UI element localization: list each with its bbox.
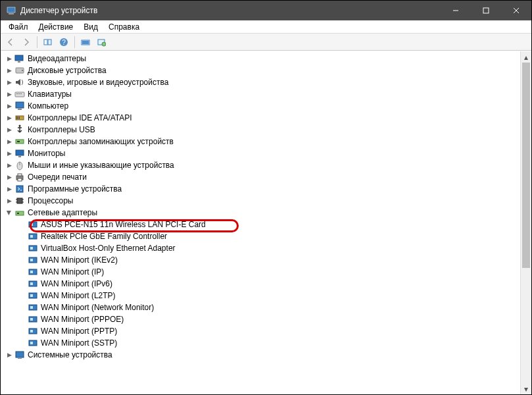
chevron-right-icon[interactable]: ▶ [5,78,14,87]
tree-label: Контроллеры USB [28,125,95,134]
svg-rect-11 [82,41,89,44]
show-hidden-button[interactable] [41,35,55,49]
network-adapter-icon [28,314,38,325]
chevron-right-icon[interactable]: ▶ [5,125,14,134]
menu-action[interactable]: Действие [34,21,79,33]
tree-category-audio[interactable]: ▶ Звуковые, игровые и видеоустройства [5,76,520,88]
tree-label: WAN Miniport (L2TP) [41,291,116,300]
scroll-up-arrow-icon[interactable]: ▴ [521,51,531,63]
scroll-thumb[interactable] [522,63,530,268]
tree-device-wan-netmon[interactable]: WAN Miniport (Network Monitor) [18,302,520,313]
svg-rect-14 [15,55,23,61]
chevron-right-icon[interactable]: ▶ [5,149,14,158]
tree-category-storage-controllers[interactable]: ▶ Контроллеры запоминающих устройств [5,136,520,147]
scan-hardware-button[interactable] [78,35,93,49]
tree-category-print-queues[interactable]: ▶ Очереди печати [5,171,520,183]
tree-device-wan-ipv6[interactable]: WAN Miniport (IPv6) [18,278,520,290]
tree-category-hid[interactable]: ▶ Мыши и иные указывающие устройства [5,159,520,171]
tree-label: Звуковые, игровые и видеоустройства [28,78,168,87]
tree-category-network-adapters[interactable]: ▶ Сетевые адаптеры [5,207,520,219]
device-tree[interactable]: ▶ Видеоадаптеры ▶ Дисковые устройства ▶ [1,51,520,394]
svg-rect-30 [16,150,24,155]
svg-rect-48 [30,235,33,238]
help-button[interactable]: ? [57,35,71,49]
tree-device-wan-pptp[interactable]: WAN Miniport (PPTP) [18,325,520,337]
svg-rect-1 [9,13,14,14]
svg-rect-56 [30,282,33,285]
minimize-button[interactable] [441,1,471,20]
vertical-scrollbar[interactable]: ▴ ▾ [520,51,531,394]
keyboard-icon [14,89,25,99]
chevron-right-icon[interactable]: ▶ [5,90,14,99]
tree-category-usb[interactable]: ▶ Контроллеры USB [5,124,520,136]
tree-label: Дисковые устройства [28,66,107,75]
tree-device-wan-sstp[interactable]: WAN Miniport (SSTP) [18,337,520,349]
no-expander [18,315,27,324]
tree-category-system-devices[interactable]: ▶ Системные устройства [5,349,520,361]
svg-rect-15 [18,61,20,63]
tree-category-computer[interactable]: ▶ Компьютер [5,100,520,112]
tree-device-wan-l2tp[interactable]: WAN Miniport (L2TP) [18,290,520,302]
tree-device-asus-wifi[interactable]: ASUS PCE-N15 11n Wireless LAN PCI-E Card [18,219,520,230]
tree-label: Системные устройства [28,350,112,359]
tree-device-virtualbox[interactable]: VirtualBox Host-Only Ethernet Adapter [18,242,520,254]
chevron-right-icon[interactable]: ▶ [5,66,14,75]
tree-category-monitors[interactable]: ▶ Мониторы [5,147,520,159]
svg-rect-50 [30,247,33,250]
chevron-right-icon[interactable]: ▶ [5,54,14,63]
tree-category-software-devices[interactable]: ▶ Программные устройства [5,183,520,195]
svg-rect-6 [44,40,47,45]
chevron-right-icon[interactable]: ▶ [5,172,14,182]
tree-device-wan-ip[interactable]: WAN Miniport (IP) [18,266,520,278]
no-expander [18,303,27,312]
tree-device-realtek[interactable]: Realtek PCIe GbE Family Controller [18,230,520,242]
toolbar-separator [74,36,75,48]
chevron-right-icon[interactable]: ▶ [5,161,14,170]
scroll-down-arrow-icon[interactable]: ▾ [521,383,531,394]
no-expander [18,267,27,276]
close-button[interactable] [501,1,531,20]
maximize-button[interactable] [471,1,501,20]
no-expander [18,291,27,300]
tree-category-video[interactable]: ▶ Видеоадаптеры [5,53,520,65]
cpu-icon [14,196,25,206]
network-adapter-icon [28,326,38,336]
chevron-right-icon[interactable]: ▶ [5,350,14,359]
toolbar: ? [1,34,531,51]
tree-category-keyboard[interactable]: ▶ Клавиатуры [5,88,520,100]
back-button [3,35,18,49]
update-driver-button[interactable] [94,35,109,49]
chevron-right-icon[interactable]: ▶ [5,113,14,122]
storage-controller-icon [14,136,25,147]
window-title: Диспетчер устройств [20,6,441,15]
tree-category-processors[interactable]: ▶ Процессоры [5,195,520,207]
menu-view[interactable]: Вид [78,21,103,33]
tree-label: WAN Miniport (IP) [41,267,104,276]
chevron-down-icon[interactable]: ▶ [5,208,14,217]
menubar: Файл Действие Вид Справка [1,20,531,34]
svg-rect-67 [16,352,24,357]
chevron-right-icon[interactable]: ▶ [5,101,14,111]
tree-label: Мыши и иные указывающие устройства [28,161,174,170]
tree-category-disk[interactable]: ▶ Дисковые устройства [5,65,520,76]
menu-help[interactable]: Справка [103,21,145,33]
scroll-track[interactable] [521,63,531,383]
tree-label: Клавиатуры [28,90,72,99]
tree-label: Программные устройства [28,184,122,194]
chevron-right-icon[interactable]: ▶ [5,137,14,146]
svg-rect-29 [17,141,20,142]
tree-device-wan-ikev2[interactable]: WAN Miniport (IKEv2) [18,254,520,266]
tree-label: Очереди печати [28,172,87,182]
menu-file[interactable]: Файл [3,21,34,33]
disk-icon [14,65,25,76]
svg-text:?: ? [62,39,66,46]
svg-rect-66 [30,342,33,344]
chevron-right-icon[interactable]: ▶ [5,184,14,194]
network-category-icon [14,207,25,218]
no-expander [18,327,27,336]
tree-device-wan-pppoe[interactable]: WAN Miniport (PPPOE) [18,313,520,325]
svg-rect-25 [16,117,18,119]
network-adapter-icon [28,255,38,265]
tree-category-ide[interactable]: ▶ Контроллеры IDE ATA/ATAPI [5,112,520,124]
chevron-right-icon[interactable]: ▶ [5,196,14,205]
